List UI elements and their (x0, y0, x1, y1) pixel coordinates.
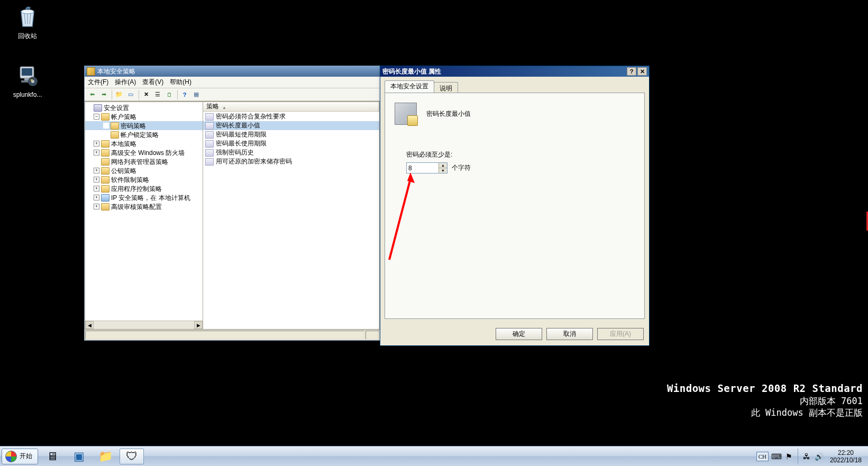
ok-button[interactable]: 确定 (496, 328, 542, 340)
tray-volume-icon[interactable]: 🔊 (814, 451, 825, 462)
mmc-titlebar[interactable]: 本地安全策略 (85, 66, 380, 77)
column-policy[interactable]: 策略 (203, 102, 379, 111)
windows-logo-icon (5, 451, 17, 462)
list-header[interactable]: 策略 (203, 102, 379, 112)
unit-label: 个字符 (452, 163, 471, 172)
context-help-button[interactable]: ? (627, 67, 636, 76)
tray-network-icon[interactable]: 🖧 (801, 451, 812, 462)
list-pane: 策略 密码必须符合复杂性要求 密码长度最小值 密码最短使用期限 密码最长使用期限… (203, 102, 380, 330)
dialog-titlebar[interactable]: 密码长度最小值 属性 ? ✕ (380, 66, 649, 77)
tree-root[interactable]: 安全设置 (85, 103, 203, 112)
list-item[interactable]: 用可还原的加密来储存密码 (203, 157, 379, 166)
clock-date: 2022/10/18 (830, 456, 862, 464)
policy-icon (395, 103, 417, 125)
status-bar (85, 330, 380, 340)
activation-watermark: Windows Server 2008 R2 Standard 内部版本 760… (667, 382, 863, 418)
clock[interactable]: 22:20 2022/10/18 (826, 449, 866, 464)
help-button[interactable] (179, 89, 190, 100)
up-level-button[interactable] (114, 89, 124, 100)
menu-action[interactable]: 操作(A) (115, 78, 136, 87)
tree-srp[interactable]: +软件限制策略 (85, 175, 203, 184)
tab-local-security-setting[interactable]: 本地安全设置 (385, 80, 434, 93)
spin-down-button[interactable]: ▼ (438, 168, 447, 173)
menu-file[interactable]: 文件(F) (88, 78, 108, 87)
policy-name: 密码长度最小值 (426, 109, 471, 118)
tab-panel: 密码长度最小值 密码必须至少是: ▲ ▼ 个字符 (385, 93, 645, 319)
tree-pane[interactable]: 安全设置 −帐户策略 密码策略 帐户锁定策略 +本地策略 +高级安全 Windo… (85, 102, 203, 330)
taskbar: 开始 🖥 ▣ 📁 🛡 CH ⌨ ⚑ 🖧 🔊 22:20 2022/10/18 (0, 446, 868, 466)
close-button[interactable]: ✕ (637, 67, 647, 76)
tree-local-policies[interactable]: +本地策略 (85, 139, 203, 148)
taskbar-secpol-icon[interactable]: 🛡 (120, 449, 144, 464)
recycle-bin-label: 回收站 (6, 32, 49, 41)
view-options-button[interactable] (191, 89, 202, 100)
tree-appctrl[interactable]: +应用程序控制策略 (85, 184, 203, 193)
toolbar (85, 88, 380, 101)
splunkfo-label: splunkfo... (6, 91, 49, 98)
taskbar-explorer-icon[interactable]: 📁 (93, 449, 117, 464)
cancel-button[interactable]: 取消 (546, 328, 593, 340)
delete-button[interactable] (141, 89, 151, 100)
spin-up-button[interactable]: ▲ (438, 163, 447, 168)
tree-adv-audit[interactable]: +高级审核策略配置 (85, 202, 203, 211)
list-item[interactable]: 密码最长使用期限 (203, 139, 379, 148)
taskbar-powershell-icon[interactable]: ▣ (67, 449, 91, 464)
min-length-input[interactable] (407, 163, 438, 173)
list-item[interactable]: 密码必须符合复杂性要求 (203, 112, 379, 121)
tray-action-center-icon[interactable]: ⚑ (784, 451, 794, 462)
menubar: 文件(F) 操作(A) 查看(V) 帮助(H) (85, 77, 380, 88)
forward-button[interactable] (98, 89, 109, 100)
min-password-length-properties-dialog: 密码长度最小值 属性 ? ✕ 本地安全设置 说明 密码长度最小值 密码必须至少是… (380, 66, 650, 346)
start-label: 开始 (20, 452, 32, 461)
start-button[interactable]: 开始 (2, 449, 38, 464)
taskbar-server-manager-icon[interactable]: 🖥 (40, 449, 65, 464)
mmc-title: 本地安全策略 (97, 67, 135, 76)
field-label: 密码必须至少是: (406, 150, 635, 159)
list-item[interactable]: 密码长度最小值 (203, 121, 379, 130)
menu-help[interactable]: 帮助(H) (170, 78, 191, 87)
list-item[interactable]: 强制密码历史 (203, 148, 379, 157)
splunkfo-icon[interactable]: splunkfo... (6, 63, 49, 98)
tree-pubkey[interactable]: +公钥策略 (85, 166, 203, 175)
list-item[interactable]: 密码最短使用期限 (203, 130, 379, 139)
tree-password-policy[interactable]: 密码策略 (85, 121, 203, 130)
local-security-policy-window: 本地安全策略 文件(F) 操作(A) 查看(V) 帮助(H) 安全设置 −帐户策… (84, 66, 380, 341)
svg-rect-2 (22, 68, 32, 76)
svg-rect-7 (31, 79, 33, 81)
tree-ipsec[interactable]: +IP 安全策略，在 本地计算机 (85, 193, 203, 202)
show-hide-tree-button[interactable] (125, 89, 136, 100)
system-tray: CH ⌨ ⚑ 🖧 🔊 22:20 2022/10/18 (753, 446, 868, 466)
tree-account-policies[interactable]: −帐户策略 (85, 112, 203, 121)
back-button[interactable] (87, 89, 97, 100)
tree-h-scrollbar[interactable]: ◀▶ (85, 321, 203, 329)
min-length-spinbox[interactable]: ▲ ▼ (406, 162, 447, 173)
tray-keyboard-icon[interactable]: ⌨ (771, 451, 782, 462)
apply-button[interactable]: 应用(A) (597, 328, 644, 340)
properties-button[interactable] (152, 89, 163, 100)
recycle-bin-icon[interactable]: 回收站 (6, 4, 49, 41)
clock-time: 22:20 (830, 449, 862, 456)
window-icon (87, 67, 95, 76)
svg-point-0 (21, 10, 34, 14)
export-list-button[interactable] (164, 89, 175, 100)
dialog-title: 密码长度最小值 属性 (382, 67, 441, 76)
tree-lockout-policy[interactable]: 帐户锁定策略 (85, 130, 203, 139)
tree-nlm[interactable]: 网络列表管理器策略 (85, 157, 203, 166)
tab-explain[interactable]: 说明 (434, 82, 458, 94)
ime-indicator[interactable]: CH (756, 452, 769, 461)
tree-wfas[interactable]: +高级安全 Windows 防火墙 (85, 148, 203, 157)
menu-view[interactable]: 查看(V) (142, 78, 163, 87)
